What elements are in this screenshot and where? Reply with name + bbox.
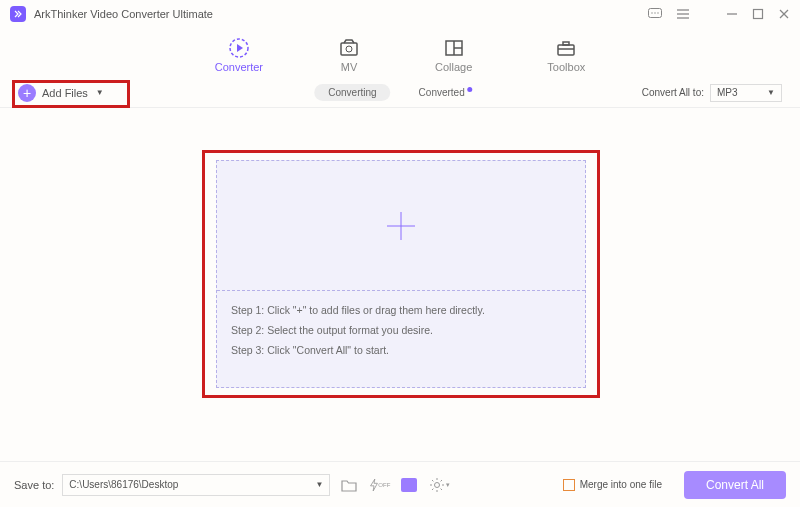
checkbox-icon	[563, 479, 575, 491]
dropzone-add-button[interactable]	[217, 161, 585, 291]
save-to-label: Save to:	[14, 479, 54, 491]
svg-point-14	[346, 46, 352, 52]
main-tabs: Converter MV Collage Toolbox	[0, 28, 800, 78]
chevron-down-icon: ▼	[96, 88, 104, 97]
svg-rect-19	[563, 42, 569, 45]
open-folder-button[interactable]	[338, 474, 360, 496]
chevron-down-icon: ▼	[315, 480, 323, 489]
step-1: Step 1: Click "+" to add files or drag t…	[231, 301, 571, 321]
app-title: ArkThinker Video Converter Ultimate	[34, 8, 648, 20]
gear-icon	[429, 477, 445, 493]
maximize-button[interactable]	[752, 8, 764, 20]
convert-all-button[interactable]: Convert All	[684, 471, 786, 499]
svg-marker-12	[237, 44, 243, 52]
converter-icon	[228, 37, 250, 59]
plus-circle-icon: +	[18, 84, 36, 102]
status-tabs: Converting Converted	[314, 84, 486, 101]
gpu-icon	[401, 478, 417, 492]
mv-icon	[338, 37, 360, 59]
center-area: Step 1: Click "+" to add files or drag t…	[0, 108, 800, 460]
dropzone: Step 1: Click "+" to add files or drag t…	[216, 160, 586, 388]
feedback-icon[interactable]	[648, 8, 662, 20]
close-button[interactable]	[778, 8, 790, 20]
toolbar: + Add Files ▼ Converting Converted Conve…	[0, 78, 800, 108]
bottombar: Save to: C:\Users\86176\Desktop ▼ OFF ▾ …	[0, 461, 800, 507]
plus-icon	[383, 208, 419, 244]
svg-rect-18	[558, 45, 574, 55]
gpu-button[interactable]	[398, 474, 420, 496]
collage-icon	[443, 37, 465, 59]
svg-point-1	[651, 12, 652, 13]
step-3: Step 3: Click "Convert All" to start.	[231, 341, 571, 361]
tab-toolbox[interactable]: Toolbox	[547, 37, 585, 73]
tab-converter[interactable]: Converter	[215, 37, 263, 73]
toolbox-icon	[555, 37, 577, 59]
step-2: Step 2: Select the output format you des…	[231, 321, 571, 341]
convert-all-to-label: Convert All to:	[642, 87, 704, 98]
titlebar: ArkThinker Video Converter Ultimate	[0, 0, 800, 28]
menu-icon[interactable]	[676, 8, 690, 20]
tab-mv[interactable]: MV	[338, 37, 360, 73]
add-files-button[interactable]: + Add Files ▼	[18, 84, 104, 102]
tab-collage[interactable]: Collage	[435, 37, 472, 73]
status-tab-converted[interactable]: Converted	[405, 84, 486, 101]
merge-checkbox[interactable]: Merge into one file	[563, 479, 662, 491]
svg-rect-8	[754, 10, 763, 19]
status-tab-converting[interactable]: Converting	[314, 84, 390, 101]
save-path-select[interactable]: C:\Users\86176\Desktop ▼	[62, 474, 330, 496]
output-format-select[interactable]: MP3 ▼	[710, 84, 782, 102]
svg-point-23	[434, 482, 439, 487]
app-logo-icon	[10, 6, 26, 22]
notification-dot-icon	[467, 87, 472, 92]
svg-rect-13	[341, 43, 357, 55]
instruction-steps: Step 1: Click "+" to add files or drag t…	[217, 291, 585, 371]
settings-button[interactable]: ▾	[428, 474, 450, 496]
chevron-down-icon: ▼	[767, 88, 775, 97]
convert-all-to: Convert All to: MP3 ▼	[642, 84, 782, 102]
svg-point-2	[654, 12, 655, 13]
hw-accel-button[interactable]: OFF	[368, 474, 390, 496]
svg-point-3	[657, 12, 658, 13]
minimize-button[interactable]	[726, 8, 738, 20]
